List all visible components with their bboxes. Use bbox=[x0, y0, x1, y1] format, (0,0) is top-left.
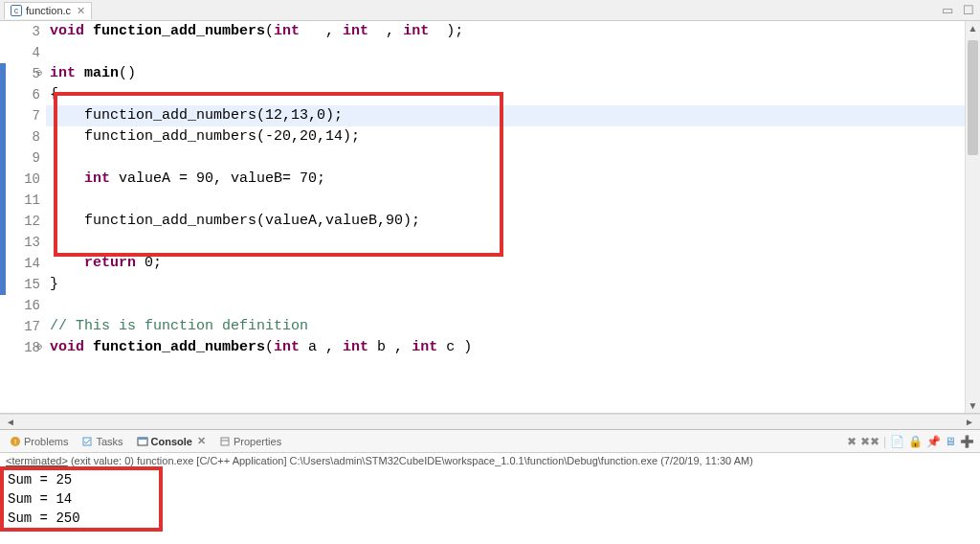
line-number: 14 bbox=[6, 253, 40, 274]
terminated-label: <terminated> bbox=[6, 455, 68, 466]
line-number: 10 bbox=[6, 169, 40, 190]
close-icon[interactable]: ✕ bbox=[77, 5, 85, 17]
clear-console-icon[interactable]: 📄 bbox=[890, 435, 904, 448]
editor-tab-bar: c function.c ✕ ▭ ☐ bbox=[0, 0, 980, 21]
line-number: 18⊖ bbox=[6, 337, 40, 358]
scroll-up-icon[interactable]: ▲ bbox=[966, 23, 980, 34]
tab-label: Tasks bbox=[96, 436, 122, 447]
line-number: 13 bbox=[6, 232, 40, 253]
tab-label: Problems bbox=[24, 436, 68, 447]
open-console-icon[interactable]: ➕ bbox=[960, 435, 974, 448]
console-line: Sum = 250 bbox=[8, 509, 972, 528]
console-status-rest: (exit value: 0) function.exe [C/C++ Appl… bbox=[68, 455, 753, 466]
code-line[interactable] bbox=[46, 232, 965, 253]
c-file-icon: c bbox=[11, 5, 22, 16]
horizontal-scrollbar[interactable]: ◄ ► bbox=[0, 414, 980, 429]
scroll-right-icon[interactable]: ► bbox=[965, 417, 974, 427]
tasks-icon bbox=[81, 436, 93, 447]
minimize-icon[interactable]: ▭ bbox=[940, 3, 955, 17]
remove-launch-icon[interactable]: ✖ bbox=[847, 435, 857, 448]
file-tab-label: function.c bbox=[26, 5, 71, 16]
tab-console[interactable]: Console ✕ bbox=[133, 433, 210, 449]
bottom-panel: ! Problems Tasks Console ✕ Properties ✖ … bbox=[0, 429, 980, 544]
vertical-scrollbar[interactable]: ▲ ▼ bbox=[965, 21, 980, 413]
line-number: 17 bbox=[6, 316, 40, 337]
console-status: <terminated> (exit value: 0) function.ex… bbox=[0, 453, 980, 468]
remove-all-icon[interactable]: ✖✖ bbox=[860, 435, 880, 448]
line-number: 12 bbox=[6, 211, 40, 232]
tab-tasks[interactable]: Tasks bbox=[78, 434, 126, 449]
code-editor[interactable]: 345⊖6789101112131415161718⊖ void functio… bbox=[0, 21, 980, 414]
problems-icon: ! bbox=[10, 436, 21, 447]
display-selected-icon[interactable]: 🖥 bbox=[945, 435, 956, 448]
pin-console-icon[interactable]: 📌 bbox=[926, 435, 941, 448]
code-line[interactable]: } bbox=[46, 274, 965, 295]
line-number: 3 bbox=[6, 21, 40, 42]
svg-text:!: ! bbox=[14, 438, 16, 446]
code-line[interactable]: void function_add_numbers(int , int , in… bbox=[46, 21, 965, 42]
code-line[interactable] bbox=[46, 42, 965, 63]
bottom-tab-bar: ! Problems Tasks Console ✕ Properties ✖ … bbox=[0, 430, 980, 453]
scroll-lock-icon[interactable]: 🔒 bbox=[908, 435, 923, 448]
line-number: 4 bbox=[6, 42, 40, 63]
file-tab-function-c[interactable]: c function.c ✕ bbox=[4, 2, 92, 19]
console-line: Sum = 25 bbox=[8, 470, 972, 489]
tab-label: Console bbox=[151, 436, 192, 447]
console-icon bbox=[137, 436, 148, 447]
console-line: Sum = 14 bbox=[8, 489, 972, 509]
maximize-icon[interactable]: ☐ bbox=[961, 3, 976, 17]
line-number: 16 bbox=[6, 295, 40, 316]
code-line[interactable] bbox=[46, 190, 965, 211]
code-area[interactable]: void function_add_numbers(int , int , in… bbox=[46, 21, 965, 413]
code-line[interactable] bbox=[46, 147, 965, 169]
svg-rect-5 bbox=[221, 438, 229, 445]
code-line[interactable]: int valueA = 90, valueB= 70; bbox=[46, 169, 965, 190]
code-line[interactable]: function_add_numbers(valueA,valueB,90); bbox=[46, 211, 965, 232]
scroll-left-icon[interactable]: ◄ bbox=[6, 417, 15, 427]
close-icon[interactable]: ✕ bbox=[197, 435, 206, 447]
code-line[interactable]: function_add_numbers(12,13,0); bbox=[46, 105, 965, 126]
code-line[interactable]: return 0; bbox=[46, 253, 965, 274]
tab-label: Properties bbox=[234, 436, 281, 447]
console-output[interactable]: Sum = 25Sum = 14Sum = 250 bbox=[0, 468, 980, 544]
line-number-gutter: 345⊖6789101112131415161718⊖ bbox=[6, 21, 46, 413]
code-line[interactable]: { bbox=[46, 84, 965, 105]
editor-window-controls: ▭ ☐ bbox=[940, 3, 976, 17]
code-line[interactable]: void function_add_numbers(int a , int b … bbox=[46, 337, 965, 358]
line-number: 5⊖ bbox=[6, 63, 40, 84]
line-number: 6 bbox=[6, 84, 40, 105]
properties-icon bbox=[219, 436, 231, 447]
code-line[interactable]: int main() bbox=[46, 63, 965, 84]
fold-toggle-icon[interactable]: ⊖ bbox=[36, 63, 42, 84]
line-number: 8 bbox=[6, 126, 40, 147]
fold-toggle-icon[interactable]: ⊖ bbox=[36, 337, 42, 358]
tab-properties[interactable]: Properties bbox=[215, 434, 285, 449]
line-number: 7 bbox=[6, 105, 40, 126]
line-number: 15 bbox=[6, 274, 40, 295]
scrollbar-thumb[interactable] bbox=[968, 40, 978, 155]
tab-problems[interactable]: ! Problems bbox=[6, 434, 72, 449]
line-number: 11 bbox=[6, 190, 40, 211]
code-line[interactable] bbox=[46, 295, 965, 316]
code-line[interactable]: function_add_numbers(-20,20,14); bbox=[46, 126, 965, 147]
code-line[interactable]: // This is function definition bbox=[46, 316, 965, 337]
scroll-down-icon[interactable]: ▼ bbox=[966, 400, 980, 411]
line-number: 9 bbox=[6, 147, 40, 169]
console-toolbar: ✖ ✖✖ | 📄 🔒 📌 🖥 ➕ bbox=[847, 435, 974, 448]
svg-rect-4 bbox=[138, 438, 147, 440]
